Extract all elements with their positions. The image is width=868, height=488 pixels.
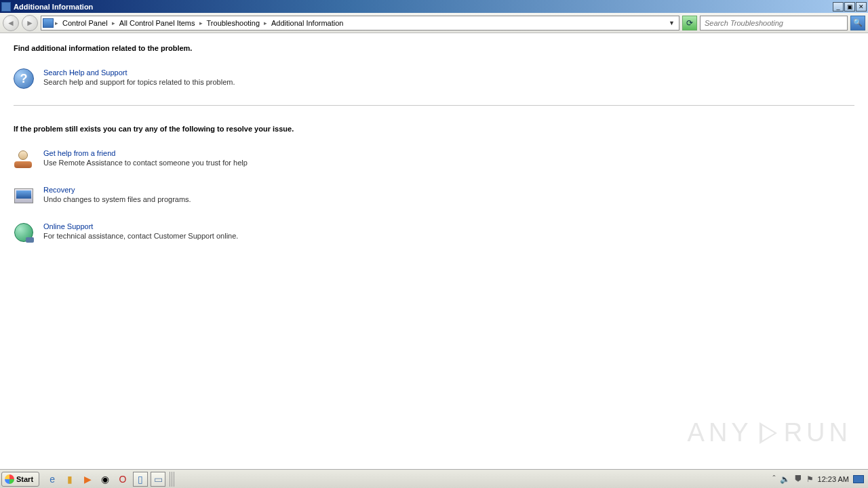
desc-recovery: Undo changes to system files and program… xyxy=(43,195,191,203)
navbar: ◄ ► ▸ Control Panel ▸ All Control Panel … xyxy=(0,13,868,33)
close-button[interactable]: ✕ xyxy=(856,2,867,12)
window-title: Additional Information xyxy=(14,3,833,11)
app-icon xyxy=(1,2,11,12)
maximize-button[interactable]: ▣ xyxy=(844,2,855,12)
control-panel-icon xyxy=(43,18,54,28)
crumb-control-panel[interactable]: Control Panel xyxy=(58,19,112,27)
address-dropdown[interactable]: ▼ xyxy=(666,20,677,26)
back-button[interactable]: ◄ xyxy=(3,15,19,31)
minimize-button[interactable]: _ xyxy=(833,2,844,12)
link-online-support[interactable]: Online Support xyxy=(43,222,238,230)
volume-icon[interactable]: 🔈 xyxy=(780,474,790,484)
search-box xyxy=(700,16,848,30)
flag-icon[interactable]: ⚑ xyxy=(806,474,814,484)
show-desktop-icon[interactable] xyxy=(853,475,864,483)
option-get-help-friend: Get help from a friend Use Remote Assist… xyxy=(14,149,854,169)
forward-button[interactable]: ► xyxy=(22,15,38,31)
taskbar-media-icon[interactable]: ▶ xyxy=(80,472,95,487)
window-controls: _ ▣ ✕ xyxy=(833,2,867,12)
crumb-additional-info[interactable]: Additional Information xyxy=(267,19,347,27)
divider xyxy=(14,105,854,106)
heading-still-exists: If the problem still exists you can try … xyxy=(14,125,854,133)
crumb-all-items[interactable]: All Control Panel Items xyxy=(115,19,199,27)
taskbar-opera-icon[interactable]: O xyxy=(115,472,130,487)
recovery-icon xyxy=(14,186,34,206)
taskbar-chrome-icon[interactable]: ◉ xyxy=(98,472,113,487)
link-get-help-friend[interactable]: Get help from a friend xyxy=(43,149,248,157)
tray-shield-icon[interactable]: ⛊ xyxy=(794,474,802,484)
link-recovery[interactable]: Recovery xyxy=(43,186,191,194)
clock[interactable]: 12:23 AM xyxy=(818,475,849,483)
taskbar: Start e ▮ ▶ ◉ O ▯ ▭ ˆ 🔈 ⛊ ⚑ 12:23 AM xyxy=(0,469,868,488)
windows-logo-icon xyxy=(5,474,14,484)
search-button[interactable]: 🔍 xyxy=(850,16,865,30)
desc-get-help-friend: Use Remote Assistance to contact someone… xyxy=(43,159,248,167)
help-icon: ? xyxy=(14,68,34,89)
option-search-help: ? Search Help and Support Search help an… xyxy=(14,68,854,89)
desc-search-help: Search help and support for topics relat… xyxy=(43,78,235,86)
content-area: Find additional information related to t… xyxy=(0,33,868,469)
crumb-troubleshooting[interactable]: Troubleshooting xyxy=(203,19,264,27)
system-tray: ˆ 🔈 ⛊ ⚑ 12:23 AM xyxy=(770,474,867,484)
task-items: e ▮ ▶ ◉ O ▯ ▭ xyxy=(45,472,175,487)
start-button[interactable]: Start xyxy=(1,472,39,487)
taskbar-control-panel[interactable]: ▯ xyxy=(133,472,148,487)
desc-online-support: For technical assistance, contact Custom… xyxy=(43,232,238,240)
online-icon xyxy=(14,222,34,243)
taskbar-app[interactable]: ▭ xyxy=(151,472,165,487)
address-bar[interactable]: ▸ Control Panel ▸ All Control Panel Item… xyxy=(41,16,679,30)
refresh-button[interactable]: ⟳ xyxy=(682,16,697,30)
start-label: Start xyxy=(16,475,33,483)
titlebar: Additional Information _ ▣ ✕ xyxy=(0,0,868,13)
friend-icon xyxy=(14,149,34,169)
option-online-support: Online Support For technical assistance,… xyxy=(14,222,854,243)
taskbar-grip[interactable] xyxy=(170,472,175,487)
tray-expand-icon[interactable]: ˆ xyxy=(773,474,776,484)
link-search-help[interactable]: Search Help and Support xyxy=(43,68,235,77)
taskbar-ie-icon[interactable]: e xyxy=(45,472,60,487)
search-input[interactable] xyxy=(701,19,847,27)
heading-find-info: Find additional information related to t… xyxy=(14,44,854,52)
taskbar-explorer-icon[interactable]: ▮ xyxy=(62,472,77,487)
option-recovery: Recovery Undo changes to system files an… xyxy=(14,186,854,206)
